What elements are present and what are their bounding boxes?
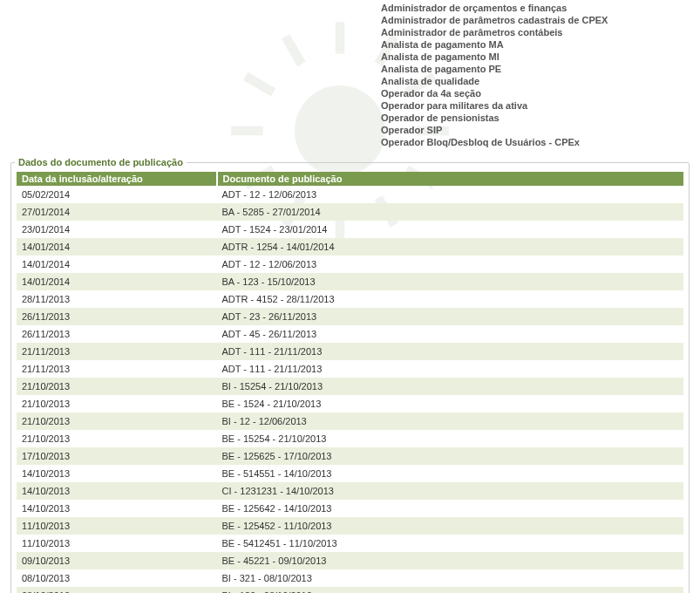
cell-date: 21/10/2013	[17, 412, 217, 430]
table-row: 21/10/2013BE - 1524 - 21/10/2013	[17, 395, 683, 412]
table-row: 08/10/2013BI - 321 - 08/10/2013	[17, 569, 683, 587]
cell-doc: ADT - 12 - 12/06/2013	[217, 256, 684, 273]
cell-date: 05/02/2014	[17, 186, 217, 203]
table-row: 17/10/2013BE - 125625 - 17/10/2013	[17, 447, 683, 465]
cell-date: 17/10/2013	[17, 447, 217, 465]
role-item: Administrador de parâmetros cadastrais d…	[381, 14, 690, 26]
role-item: Analista de pagamento PE	[381, 63, 690, 75]
role-item: Operador SIP	[381, 124, 690, 136]
cell-doc: BE - 514551 - 14/10/2013	[217, 465, 684, 482]
cell-date: 11/10/2013	[17, 517, 217, 535]
table-row: 14/10/2013BE - 125642 - 14/10/2013	[17, 500, 683, 517]
role-item: Operador da 4a seção	[381, 87, 690, 99]
cell-doc: ADT - 1524 - 23/01/2014	[217, 221, 684, 238]
table-row: 21/10/2013BI - 12 - 12/06/2013	[17, 412, 683, 430]
col-date-header: Data da inclusão/alteração	[17, 172, 217, 186]
cell-date: 08/10/2013	[17, 569, 217, 587]
cell-date: 26/11/2013	[17, 325, 217, 343]
role-item: Administrador de parâmetros contábeis	[381, 26, 690, 38]
fieldset-legend: Dados do documento de publicação	[15, 157, 187, 167]
cell-date: 21/10/2013	[17, 395, 217, 412]
table-row: 26/11/2013ADT - 45 - 26/11/2013	[17, 325, 683, 343]
cell-date: 28/11/2013	[17, 290, 217, 308]
cell-date: 26/11/2013	[17, 308, 217, 325]
table-row: 21/11/2013ADT - 111 - 21/11/2013	[17, 360, 683, 378]
cell-doc: BE - 125452 - 11/10/2013	[217, 517, 684, 535]
table-row: 08/10/2013BI - 123 - 08/10/2013	[17, 587, 683, 593]
cell-doc: ADTR - 1254 - 14/01/2014	[217, 238, 684, 256]
table-row: 05/02/2014ADT - 12 - 12/06/2013	[17, 186, 683, 203]
cell-doc: BE - 1524 - 21/10/2013	[217, 395, 684, 412]
role-item: Operador de pensionistas	[381, 112, 690, 124]
table-row: 14/10/2013BE - 514551 - 14/10/2013	[17, 465, 683, 482]
cell-date: 11/10/2013	[17, 535, 217, 552]
cell-date: 14/01/2014	[17, 273, 217, 290]
table-row: 21/11/2013ADT - 111 - 21/11/2013	[17, 343, 683, 360]
cell-doc: BI - 12 - 12/06/2013	[217, 412, 684, 430]
table-row: 09/10/2013BE - 45221 - 09/10/2013	[17, 552, 683, 569]
table-row: 11/10/2013BE - 5412451 - 11/10/2013	[17, 535, 683, 552]
cell-date: 14/01/2014	[17, 238, 217, 256]
table-row: 21/10/2013BI - 15254 - 21/10/2013	[17, 378, 683, 395]
cell-doc: BE - 125642 - 14/10/2013	[217, 500, 684, 517]
cell-doc: ADT - 12 - 12/06/2013	[217, 186, 684, 203]
cell-doc: BE - 45221 - 09/10/2013	[217, 552, 684, 569]
cell-doc: ADT - 111 - 21/11/2013	[217, 343, 684, 360]
cell-doc: CI - 1231231 - 14/10/2013	[217, 482, 684, 500]
cell-doc: BE - 5412451 - 11/10/2013	[217, 535, 684, 552]
publication-table: Data da inclusão/alteração Documento de …	[17, 172, 683, 593]
cell-doc: BA - 123 - 15/10/2013	[217, 273, 684, 290]
cell-date: 08/10/2013	[17, 587, 217, 593]
cell-date: 21/11/2013	[17, 343, 217, 360]
table-row: 14/01/2014ADT - 12 - 12/06/2013	[17, 256, 683, 273]
cell-date: 21/10/2013	[17, 430, 217, 447]
cell-date: 23/01/2014	[17, 221, 217, 238]
cell-doc: ADT - 23 - 26/11/2013	[217, 308, 684, 325]
cell-date: 14/10/2013	[17, 482, 217, 500]
cell-date: 27/01/2014	[17, 203, 217, 221]
publication-fieldset: Dados do documento de publicação Data da…	[10, 162, 690, 593]
cell-doc: BE - 125625 - 17/10/2013	[217, 447, 684, 465]
cell-doc: ADTR - 4152 - 28/11/2013	[217, 290, 684, 308]
role-item: Analista de qualidade	[381, 75, 690, 87]
table-row: 28/11/2013ADTR - 4152 - 28/11/2013	[17, 290, 683, 308]
table-row: 23/01/2014ADT - 1524 - 23/01/2014	[17, 221, 683, 238]
cell-date: 14/10/2013	[17, 500, 217, 517]
table-row: 14/01/2014BA - 123 - 15/10/2013	[17, 273, 683, 290]
cell-date: 14/01/2014	[17, 256, 217, 273]
table-row: 26/11/2013ADT - 23 - 26/11/2013	[17, 308, 683, 325]
cell-doc: BI - 123 - 08/10/2013	[217, 587, 684, 593]
table-row: 21/10/2013BE - 15254 - 21/10/2013	[17, 430, 683, 447]
cell-doc: BA - 5285 - 27/01/2014	[217, 203, 684, 221]
table-row: 11/10/2013BE - 125452 - 11/10/2013	[17, 517, 683, 535]
role-item: Operador Bloq/Desbloq de Usuários - CPEx	[381, 136, 690, 148]
cell-date: 21/10/2013	[17, 378, 217, 395]
role-item: Operador para militares da ativa	[381, 99, 690, 112]
cell-date: 09/10/2013	[17, 552, 217, 569]
cell-doc: BI - 15254 - 21/10/2013	[217, 378, 684, 395]
table-row: 14/01/2014ADTR - 1254 - 14/01/2014	[17, 238, 683, 256]
role-item: Administrador de orçamentos e finanças	[381, 2, 690, 14]
col-doc-header: Documento de publicação	[217, 172, 684, 186]
role-list: Administrador de orçamentos e finançasAd…	[381, 2, 690, 148]
cell-doc: ADT - 45 - 26/11/2013	[217, 325, 684, 343]
cell-date: 21/11/2013	[17, 360, 217, 378]
cell-date: 14/10/2013	[17, 465, 217, 482]
table-row: 27/01/2014BA - 5285 - 27/01/2014	[17, 203, 683, 221]
cell-doc: BE - 15254 - 21/10/2013	[217, 430, 684, 447]
table-row: 14/10/2013CI - 1231231 - 14/10/2013	[17, 482, 683, 500]
role-item: Analista de pagamento MA	[381, 38, 690, 51]
role-item: Analista de pagamento MI	[381, 51, 690, 63]
cell-doc: ADT - 111 - 21/11/2013	[217, 360, 684, 378]
cell-doc: BI - 321 - 08/10/2013	[217, 569, 684, 587]
